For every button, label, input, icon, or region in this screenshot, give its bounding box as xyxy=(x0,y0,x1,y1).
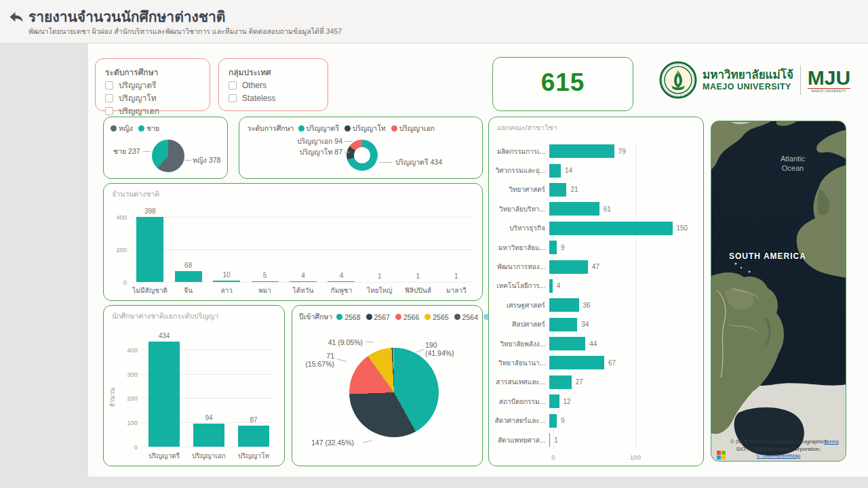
degree-y-axis-label: จำนวน xyxy=(107,388,117,407)
bar-สารสนเทศและ...[interactable] xyxy=(549,375,572,389)
country-filter-option[interactable]: Others xyxy=(229,79,275,91)
bar-value-label: 5 xyxy=(248,272,282,279)
gender-callout-female: หญิง 378 xyxy=(193,156,220,164)
bar-สถาปัตยกรรม...[interactable] xyxy=(549,394,559,408)
university-logo: มหาวิทยาลัยแม่โจ้ MAEJO UNIVERSITY MJU M… xyxy=(659,61,850,99)
degree-chart-title: นักศึกษาต่างชาติแยกระดับปริญญา xyxy=(112,310,218,322)
bar-ปริญญาตรี[interactable] xyxy=(149,342,180,447)
education-filter-option[interactable]: ปริญญาโท xyxy=(105,92,159,104)
checkbox[interactable] xyxy=(105,94,113,102)
bar-ปริญญาเอก[interactable] xyxy=(193,424,224,447)
bar-มหาวิทยาลัยแ...[interactable] xyxy=(549,241,557,254)
faculty-label: มหาวิทยาลัยแ... xyxy=(493,243,549,253)
gender-chart-card: หญิงชาย ชาย 237 หญิง 378 xyxy=(103,117,228,179)
faculty-bar-chart: 0100ผลิตกรรมการเ...79วิศวกรรมและอุ...14ว… xyxy=(493,142,698,449)
bar-ลาว[interactable] xyxy=(213,281,240,282)
bar-ศิลปศาสตร์[interactable] xyxy=(549,318,577,331)
legend-label: ปริญญาโท xyxy=(353,123,386,134)
legend-dot xyxy=(111,125,117,131)
page-title: รายงานจำนวนนักศึกษาต่างชาติ xyxy=(28,5,226,28)
x-axis-category: มาลาวี xyxy=(433,285,479,296)
app-header: รายงานจำนวนนักศึกษาต่างชาติ พัฒนาโดยนายเ… xyxy=(0,0,868,43)
checkbox-label: Stateless xyxy=(242,94,275,103)
legend-item[interactable]: 2564 xyxy=(454,313,478,321)
legend-item[interactable]: 2567 xyxy=(366,313,390,321)
legend-title: ระดับการศึกษา xyxy=(248,123,294,134)
openstreetmap-link[interactable]: © OpenStreetMap xyxy=(757,453,801,459)
logo-abbr: MJU xyxy=(808,68,850,88)
checkbox[interactable] xyxy=(229,94,237,102)
terms-link[interactable]: Terms xyxy=(824,439,839,445)
kpi-total-card: 615 xyxy=(492,57,633,111)
logo-eng-name: MAEJO UNIVERSITY xyxy=(703,82,793,92)
bar-ปริญญาโท[interactable] xyxy=(238,426,269,447)
bar-ไต้หวัน[interactable] xyxy=(290,281,317,282)
faculty-row: ศิลปศาสตร์34 xyxy=(493,315,698,334)
y-axis-tick: 0 xyxy=(109,279,127,286)
checkbox-label: ปริญญาตรี xyxy=(119,79,157,92)
legend-label: ปริญญาเอก xyxy=(399,123,435,134)
callout-line xyxy=(344,141,353,142)
bar-วิทยาลัยนานา...[interactable] xyxy=(549,356,604,369)
checkbox[interactable] xyxy=(105,107,113,115)
education-filter-option[interactable]: ปริญญาเอก xyxy=(105,105,159,117)
legend-label: 2568 xyxy=(344,313,360,321)
gridline xyxy=(131,249,474,250)
bar-วิทยาศาสตร์[interactable] xyxy=(549,183,566,197)
legend-item[interactable]: ปริญญาตรี xyxy=(298,123,340,134)
bar-ผลิตกรรมการเ...[interactable] xyxy=(549,144,614,158)
bar-วิศวกรรมและอุ...[interactable] xyxy=(549,164,561,178)
bar-จีน[interactable] xyxy=(175,271,202,282)
bar-value-label: 44 xyxy=(589,340,597,348)
legend-item[interactable]: 2568 xyxy=(336,313,360,321)
faculty-row: บริหารธุรกิจ150 xyxy=(493,219,698,238)
kpi-total-value: 615 xyxy=(493,68,633,97)
legend-item[interactable]: ปริญญาโท xyxy=(344,123,386,134)
logo-thai-name: มหาวิทยาลัยแม่โจ้ xyxy=(703,68,793,82)
gender-pie-chart[interactable] xyxy=(152,140,184,172)
checkbox-label: ปริญญาโท xyxy=(119,92,157,104)
bar-พม่า[interactable] xyxy=(252,281,279,282)
bar-สัตวศาสตร์และ...[interactable] xyxy=(549,414,557,428)
education-filter-option[interactable]: ปริญญาตรี xyxy=(105,79,159,91)
report-canvas: ระดับการศึกษา ปริญญาตรีปริญญาโทปริญญาเอก… xyxy=(88,43,868,476)
bar-เทคโนโลยีการ...[interactable] xyxy=(549,279,553,293)
faculty-row: สถาปัตยกรรม...12 xyxy=(493,392,698,411)
university-seal-icon xyxy=(659,61,697,99)
bar-สัตวแพทยศาส...[interactable] xyxy=(549,433,550,447)
bar-value-label: 67 xyxy=(608,359,616,367)
faculty-label: วิทยาศาสตร์ xyxy=(493,184,549,195)
legend-item[interactable]: ปริญญาเอก xyxy=(391,123,435,134)
legend-dot xyxy=(391,125,397,131)
bar-กัมพูชา[interactable] xyxy=(328,281,355,282)
faculty-label: สัตวแพทยศาส... xyxy=(493,435,549,445)
entry-year-chart-card: ปีเข้าศึกษา256825672566256525642563 190 … xyxy=(292,305,483,466)
country-filter-option[interactable]: Stateless xyxy=(229,92,275,104)
bar-พัฒนาการท่อง...[interactable] xyxy=(549,260,588,274)
legend-item[interactable]: 2566 xyxy=(395,313,419,321)
bar-ไม่มีสัญชาติ[interactable] xyxy=(136,217,163,282)
filter-education-title: ระดับการศึกษา xyxy=(105,66,158,79)
faculty-label: สถาปัตยกรรม... xyxy=(493,396,549,407)
checkbox[interactable] xyxy=(229,81,237,89)
faculty-chart-title: แยกคณะ/สาขาวิชา xyxy=(497,122,557,134)
faculty-row: วิทยาลัยบริหา...61 xyxy=(493,199,698,218)
legend-label: 2565 xyxy=(433,313,448,321)
legend-item[interactable]: ชาย xyxy=(138,123,159,134)
checkbox[interactable] xyxy=(105,81,113,89)
entry-year-pie-chart[interactable] xyxy=(349,348,439,437)
map-visual[interactable]: Atlantic Ocean SOUTH AMERICA © 2025 TomT… xyxy=(711,121,846,462)
bar-บริหารธุรกิจ[interactable] xyxy=(549,222,673,235)
bar-วิทยาลัยพลังง...[interactable] xyxy=(549,337,585,350)
faculty-row: สารสนเทศและ...27 xyxy=(493,373,698,392)
legend-label: ชาย xyxy=(146,123,159,134)
bar-เศรษฐศาสตร์[interactable] xyxy=(549,298,579,312)
filter-country-group: กลุ่มประเทศ OthersStateless xyxy=(218,58,328,111)
legend-item[interactable]: หญิง xyxy=(111,123,133,134)
callout-line xyxy=(337,359,347,362)
bar-วิทยาลัยบริหา...[interactable] xyxy=(549,202,599,216)
legend-item[interactable]: 2565 xyxy=(425,313,448,321)
bar-value-label: 10 xyxy=(210,271,243,279)
bar-value-label: 9 xyxy=(561,244,565,251)
back-arrow-icon[interactable] xyxy=(8,9,24,26)
